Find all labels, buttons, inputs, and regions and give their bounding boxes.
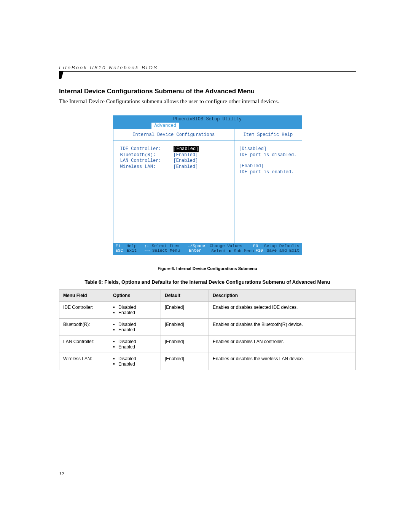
fields-table: Menu Field Options Default Description I…	[59, 289, 356, 370]
options-cell: Disabled Enabled	[109, 336, 161, 353]
bios-setting-label: LAN Controller:	[120, 158, 174, 164]
default-cell: [Enabled]	[161, 319, 209, 336]
table-caption: Table 6: Fields, Options and Defaults fo…	[59, 279, 356, 285]
bios-setting-row[interactable]: Bluetooth(R): [Enabled]	[120, 152, 228, 158]
bios-setting-value[interactable]: [Enabled]	[174, 152, 198, 158]
option-item: Disabled	[113, 356, 157, 361]
bios-key: ↑↓	[144, 244, 149, 248]
bios-footer: F1 Help ↑↓ Select Item -/Space Change Va…	[113, 243, 302, 254]
options-cell: Disabled Enabled	[109, 302, 161, 319]
bios-key-label: Save and Exit	[267, 248, 299, 253]
bios-body: Internal Device Configurations IDE Contr…	[113, 129, 302, 243]
default-cell: [Enabled]	[161, 336, 209, 353]
field-cell: LAN Controller:	[59, 336, 109, 353]
bios-footer-row: F1 Help ↑↓ Select Item -/Space Change Va…	[116, 244, 299, 248]
description-cell: Enables or disables selected IDE devices…	[209, 302, 356, 319]
bios-key: F10	[255, 248, 267, 253]
bios-setting-row[interactable]: LAN Controller: [Enabled]	[120, 158, 228, 164]
table-row: IDE Controller: Disabled Enabled [Enable…	[59, 302, 356, 319]
bios-key-label: Select Menu	[152, 248, 180, 253]
options-cell: Disabled Enabled	[109, 353, 161, 370]
bios-key-label: Change Values	[210, 244, 253, 248]
bios-right-heading: Item Specific Help	[234, 129, 301, 141]
running-header-text: LifeBook U810 Notebook BIOS	[59, 65, 158, 70]
bios-tab-advanced[interactable]: Advanced	[151, 123, 180, 129]
option-item: Enabled	[113, 361, 157, 367]
bios-key-label: Exit	[127, 248, 145, 253]
table-header: Options	[109, 290, 161, 302]
bios-setting-row[interactable]: Wireless LAN: [Enabled]	[120, 164, 228, 170]
bios-key: F9	[253, 244, 264, 248]
options-cell: Disabled Enabled	[109, 319, 161, 336]
bios-key-label: Help	[127, 244, 144, 248]
bios-setting-value[interactable]: [Enabled]	[174, 158, 198, 164]
option-item: Disabled	[113, 339, 157, 344]
option-item: Disabled	[113, 322, 157, 327]
bios-setting-row[interactable]: IDE Controller: [Enabled]	[120, 146, 228, 152]
figure-caption: Figure 6. Internal Device Configurations…	[59, 266, 356, 271]
section-title: Internal Device Configurations Submenu o…	[59, 88, 356, 95]
bios-key-label: Select ▶ Sub-Menu	[211, 248, 255, 253]
table-header-row: Menu Field Options Default Description	[59, 290, 356, 302]
bios-settings-list: IDE Controller: [Enabled] Bluetooth(R): …	[113, 141, 234, 243]
page-number: 12	[59, 471, 64, 477]
default-cell: [Enabled]	[161, 302, 209, 319]
description-cell: Enables or disables LAN controller.	[209, 336, 356, 353]
table-header: Default	[161, 290, 209, 302]
bios-setting-label: Wireless LAN:	[120, 164, 174, 170]
bios-title: PhoenixBIOS Setup Utility	[113, 116, 302, 123]
bios-key: Enter	[189, 248, 211, 253]
description-cell: Enables or disables the wireless LAN dev…	[209, 353, 356, 370]
header-marker-icon	[59, 71, 64, 79]
bios-key: F1	[116, 244, 127, 248]
bios-footer-row: ESC Exit ←→ Select Menu Enter Select ▶ S…	[116, 248, 299, 253]
table-row: LAN Controller: Disabled Enabled [Enable…	[59, 336, 356, 353]
bios-setting-value[interactable]: [Enabled]	[174, 164, 198, 170]
bios-left-heading: Internal Device Configurations	[113, 129, 234, 141]
bios-key: ←→	[145, 248, 150, 253]
bios-help-text: IDE port is enabled.	[239, 169, 297, 176]
intro-paragraph: The Internal Device Configurations subme…	[59, 98, 356, 105]
field-cell: Wireless LAN:	[59, 353, 109, 370]
bios-key-label: Setup Defaults	[264, 244, 299, 248]
field-cell: IDE Controller:	[59, 302, 109, 319]
bios-key-label: Select Item	[152, 244, 180, 248]
field-cell: Bluetooth(R):	[59, 319, 109, 336]
bios-key: -/Space	[188, 244, 210, 248]
bios-tab-bar: Advanced	[113, 123, 302, 129]
option-item: Enabled	[113, 344, 157, 350]
option-item: Enabled	[113, 327, 157, 332]
bios-help-panel: Item Specific Help [Disabled] IDE port i…	[234, 129, 301, 243]
description-cell: Enables or disables the Bluetooth(R) dev…	[209, 319, 356, 336]
bios-help-block: [Disabled] IDE port is disabled.	[239, 146, 297, 158]
bios-help-content: [Disabled] IDE port is disabled. [Enable…	[234, 141, 301, 243]
bios-setting-label: Bluetooth(R):	[120, 152, 174, 158]
table-header: Menu Field	[59, 290, 109, 302]
table-header: Description	[209, 290, 356, 302]
running-header: LifeBook U810 Notebook BIOS	[59, 65, 356, 72]
bios-setting-value[interactable]: [Enabled]	[174, 146, 199, 152]
bios-key: ESC	[116, 248, 127, 253]
document-page: LifeBook U810 Notebook BIOS Internal Dev…	[0, 0, 411, 532]
bios-left-panel: Internal Device Configurations IDE Contr…	[113, 129, 235, 243]
option-item: Disabled	[113, 305, 157, 310]
table-row: Wireless LAN: Disabled Enabled [Enabled]…	[59, 353, 356, 370]
bios-help-text: IDE port is disabled.	[239, 152, 297, 158]
option-item: Enabled	[113, 310, 157, 315]
table-row: Bluetooth(R): Disabled Enabled [Enabled]…	[59, 319, 356, 336]
bios-help-block: [Enabled] IDE port is enabled.	[239, 163, 297, 175]
bios-setting-label: IDE Controller:	[120, 146, 174, 152]
default-cell: [Enabled]	[161, 353, 209, 370]
bios-help-heading: [Enabled]	[239, 163, 297, 169]
bios-screenshot: PhoenixBIOS Setup Utility Advanced Inter…	[113, 115, 302, 255]
bios-help-heading: [Disabled]	[239, 146, 297, 152]
